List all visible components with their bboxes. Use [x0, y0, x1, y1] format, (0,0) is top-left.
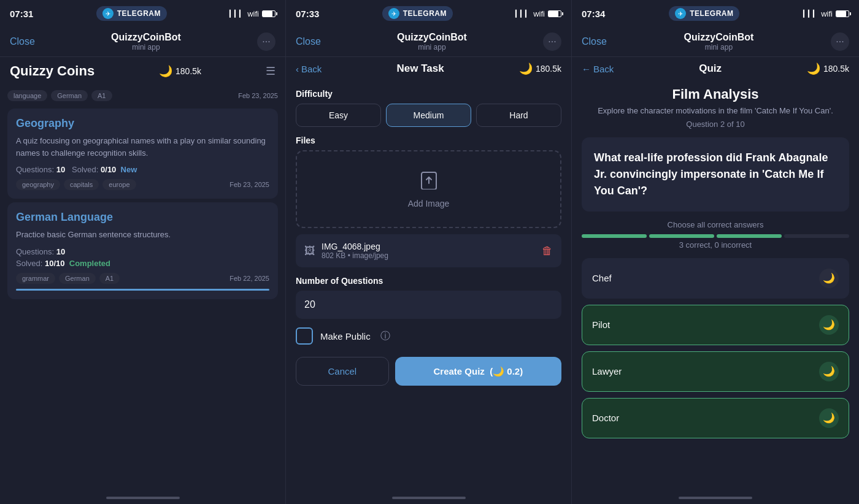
- app-title-2: QuizzyCoinBot mini app: [397, 32, 467, 52]
- answer-chef[interactable]: Chef 🌙: [582, 258, 849, 299]
- panel1-scroll[interactable]: language German A1 Feb 23, 2025 Geograph…: [0, 85, 285, 492]
- battery-icon-3: [836, 10, 849, 17]
- answers-label: Choose all correct answers: [582, 220, 849, 229]
- german-progress-fill: [16, 289, 269, 291]
- tag-geography: geography: [16, 179, 60, 190]
- app-title-main-1: QuizzyCoinBot: [111, 32, 181, 43]
- info-icon: ⓘ: [380, 330, 390, 343]
- german-date: Feb 22, 2025: [229, 275, 269, 282]
- quiz-section-title: Film Analysis: [582, 86, 849, 102]
- create-label: Create Quiz: [433, 366, 484, 376]
- close-button-1[interactable]: Close: [10, 36, 35, 47]
- coins-badge-1: 🌙 180.5k: [159, 64, 201, 78]
- prog-seg-2: [649, 234, 714, 238]
- telegram-badge-2: ✈ TELEGRAM: [382, 6, 453, 21]
- delete-file-button[interactable]: 🗑: [542, 245, 553, 258]
- geography-solved: 0/10: [101, 165, 116, 174]
- close-button-3[interactable]: Close: [582, 36, 607, 47]
- telegram-badge-3: ✈ TELEGRAM: [669, 6, 739, 21]
- difficulty-row: Easy Medium Hard: [296, 104, 561, 127]
- panel3-scroll[interactable]: Film Analysis Explore the character moti…: [572, 80, 859, 492]
- signal-icon-3: ▎▎▎: [803, 10, 818, 18]
- answer-doctor-coin: 🌙: [819, 408, 839, 428]
- difficulty-medium[interactable]: Medium: [386, 104, 471, 127]
- status-time-1: 07:31: [10, 9, 33, 19]
- german-title: German Language: [16, 211, 269, 224]
- german-meta-solved: Solved: 10/10 Completed: [16, 259, 269, 268]
- app-title-sub-3: mini app: [684, 43, 754, 52]
- more-button-1[interactable]: ···: [257, 32, 275, 51]
- geography-status: New: [121, 165, 137, 174]
- difficulty-easy[interactable]: Easy: [296, 104, 381, 127]
- app-title-main-2: QuizzyCoinBot: [397, 32, 467, 43]
- answer-lawyer[interactable]: Lawyer 🌙: [582, 351, 849, 392]
- telegram-label-1: TELEGRAM: [117, 9, 161, 18]
- quiz-card-german[interactable]: German Language Practice basic German se…: [7, 202, 278, 299]
- app-header-1: Close QuizzyCoinBot mini app ···: [0, 27, 285, 57]
- close-button-2[interactable]: Close: [296, 36, 321, 47]
- german-progress-container: [16, 289, 269, 291]
- file-info: IMG_4068.jpeg 802 KB • image/jpeg: [322, 242, 536, 260]
- tag-europe: europe: [102, 179, 136, 190]
- home-indicator-3: [679, 497, 752, 499]
- answer-doctor[interactable]: Doctor 🌙: [582, 398, 849, 438]
- panel2-scroll[interactable]: Difficulty Easy Medium Hard Files Add Im…: [286, 80, 571, 492]
- home-indicator-1: [106, 497, 180, 499]
- status-icons-2: ▎▎▎ wifi: [515, 9, 561, 18]
- panel3-nav-title: Quiz: [699, 63, 722, 75]
- app-header-3: Close QuizzyCoinBot mini app ···: [572, 27, 859, 57]
- coin-icon-3: 🌙: [807, 62, 820, 75]
- back-button-2[interactable]: ‹ Back: [296, 64, 322, 74]
- upload-label: Add Image: [408, 199, 450, 208]
- quiz-card-geography[interactable]: Geography A quiz focusing on geographica…: [7, 109, 278, 199]
- file-icon: 🖼: [304, 245, 315, 258]
- telegram-label-2: TELEGRAM: [403, 9, 447, 18]
- back-button-3[interactable]: ← Back: [582, 64, 614, 74]
- coins-badge-3: 🌙 180.5k: [807, 62, 849, 75]
- telegram-label-3: TELEGRAM: [690, 9, 733, 18]
- difficulty-hard[interactable]: Hard: [476, 104, 561, 127]
- num-questions-label: Number of Questions: [296, 276, 561, 286]
- cancel-button[interactable]: Cancel: [296, 357, 389, 386]
- tag-a1: A1: [99, 273, 120, 284]
- file-item: 🖼 IMG_4068.jpeg 802 KB • image/jpeg 🗑: [296, 234, 561, 267]
- answer-pilot[interactable]: Pilot 🌙: [582, 305, 849, 345]
- german-status: Completed: [69, 259, 110, 268]
- answer-chef-coin: 🌙: [819, 269, 839, 288]
- prog-seg-3: [717, 234, 782, 238]
- tag-german-prev: German: [51, 90, 88, 101]
- geography-tags-row: geography capitals europe Feb 23, 2025: [16, 179, 269, 190]
- coins-value-1: 180.5k: [175, 66, 201, 76]
- more-button-3[interactable]: ···: [831, 32, 849, 51]
- battery-icon-2: [548, 10, 561, 17]
- difficulty-label: Difficulty: [296, 89, 561, 99]
- menu-icon-1[interactable]: ☰: [266, 64, 275, 78]
- upload-area[interactable]: Add Image: [296, 150, 561, 228]
- panel1-page-title: Quizzy Coins: [10, 63, 94, 79]
- tag-capitals: capitals: [64, 179, 99, 190]
- german-q-count: 10: [56, 247, 65, 256]
- more-button-2[interactable]: ···: [543, 32, 561, 51]
- create-quiz-button[interactable]: Create Quiz (🌙 0.2): [395, 357, 561, 386]
- german-solved: 10/10: [45, 259, 65, 268]
- prog-seg-4: [784, 234, 849, 238]
- prev-date: Feb 23, 2025: [238, 92, 278, 99]
- tag-a1-prev: A1: [91, 90, 112, 101]
- panel3-nav: ← Back Quiz 🌙 180.5k: [572, 57, 859, 80]
- geography-title: Geography: [16, 117, 269, 130]
- answer-chef-text: Chef: [592, 273, 813, 283]
- make-public-checkbox[interactable]: [296, 327, 313, 345]
- num-questions-input[interactable]: 20: [296, 291, 561, 319]
- telegram-icon-2: ✈: [388, 8, 399, 19]
- answers-status: 3 correct, 0 incorrect: [582, 240, 849, 250]
- wifi-icon-3: wifi: [821, 9, 833, 18]
- file-size: 802 KB • image/jpeg: [322, 251, 536, 260]
- files-label: Files: [296, 136, 561, 145]
- file-name: IMG_4068.jpeg: [322, 242, 536, 251]
- answer-lawyer-coin: 🌙: [819, 362, 839, 381]
- telegram-icon-1: ✈: [102, 8, 114, 19]
- status-time-2: 07:33: [296, 9, 319, 19]
- status-bar-3: 07:34 ✈ TELEGRAM ▎▎▎ wifi: [572, 0, 859, 27]
- answer-pilot-text: Pilot: [592, 319, 813, 330]
- quiz-section-desc: Explore the character motivations in the…: [582, 105, 849, 117]
